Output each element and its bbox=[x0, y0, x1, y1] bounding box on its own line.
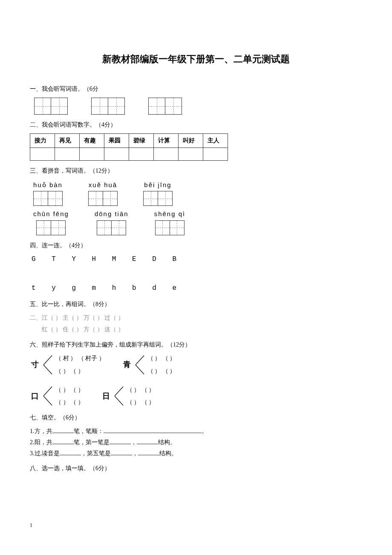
table-cell-empty bbox=[154, 147, 179, 160]
radical-line: （ ） （ ） bbox=[127, 385, 155, 395]
table-cell-empty bbox=[30, 147, 55, 160]
text: 3.过,读音是 bbox=[30, 450, 60, 457]
section-3-heading: 三、看拼音，写词语。（12分） bbox=[30, 166, 362, 176]
table-cell-empty bbox=[179, 147, 203, 160]
pinyin-text: chūn fēng bbox=[33, 208, 69, 220]
blank bbox=[138, 449, 159, 455]
tian-cell bbox=[51, 220, 66, 235]
pinyin-row-2: chūn fēng dōng tiān shēng qì bbox=[33, 208, 362, 235]
text: 结构。 bbox=[158, 439, 176, 445]
text: ， bbox=[132, 450, 138, 457]
tian-cell bbox=[51, 98, 68, 115]
document-title: 新教材部编版一年级下册第一、二单元测试题 bbox=[30, 51, 362, 67]
radical-line: （ ） （ ） bbox=[147, 366, 176, 376]
bracket-icon bbox=[43, 386, 53, 406]
pinyin-text: xuě huā bbox=[88, 179, 118, 191]
table-cell: 计算 bbox=[154, 133, 179, 147]
tian-cell bbox=[36, 220, 51, 235]
blank bbox=[110, 438, 131, 444]
section-7-heading: 七、填空。（6分） bbox=[30, 413, 362, 423]
pinyin-block: chūn fēng bbox=[33, 208, 69, 235]
pinyin-text: huǒ bàn bbox=[33, 179, 63, 191]
radical-block: 寸 （ 村 ） （ 村子 ） （ ） （ ） bbox=[30, 353, 105, 376]
pinyin-block: běi jīng bbox=[143, 179, 173, 206]
table-cell-empty bbox=[203, 147, 228, 160]
text: 笔，笔顺： bbox=[74, 428, 104, 434]
pinyin-row-1: huǒ bàn xuě huā běi jīng bbox=[33, 179, 362, 206]
bracket-icon bbox=[43, 355, 53, 375]
radical-char: 寸 bbox=[30, 358, 40, 371]
tian-cell bbox=[103, 191, 118, 206]
radical-char: 青 bbox=[122, 358, 132, 371]
radical-char: 日 bbox=[101, 390, 111, 403]
text: 笔，第一笔是 bbox=[74, 439, 110, 445]
radical-line: （ ） （ ） bbox=[127, 397, 155, 408]
radical-row: 寸 （ 村 ） （ 村子 ） （ ） （ ） 青 （ ） （ ） （ ） （ ） bbox=[30, 353, 362, 376]
text: 2.阳，共 bbox=[30, 439, 52, 445]
radical-block: 日 （ ） （ ） （ ） （ ） bbox=[101, 385, 155, 408]
radical-options: （ ） （ ） （ ） （ ） bbox=[127, 385, 155, 408]
pinyin-block: xuě huā bbox=[88, 179, 118, 206]
compare-text: 江（ ） 主（ ） 万（ ） 过（ ） bbox=[42, 315, 124, 321]
table-cell-empty bbox=[129, 147, 154, 160]
word-table: 接力 再见 有趣 果园 碧绿 计算 叫好 主人 bbox=[30, 133, 228, 161]
radical-line: （ ） （ ） bbox=[55, 397, 84, 408]
radical-block: 青 （ ） （ ） （ ） （ ） bbox=[122, 353, 176, 376]
bracket-icon bbox=[135, 355, 145, 375]
tian-group bbox=[91, 98, 125, 115]
table-cell: 有趣 bbox=[80, 133, 104, 147]
radical-block: 口 （ ） （ ） （ ） （ ） bbox=[30, 385, 84, 408]
tian-group bbox=[34, 98, 68, 115]
blank bbox=[137, 438, 158, 444]
uppercase-letters: G T Y H M E D B bbox=[32, 254, 362, 265]
section-8-heading: 八、选一选，填一填。（6分） bbox=[30, 463, 362, 474]
radical-line: （ ） （ ） bbox=[147, 353, 176, 364]
tian-cell bbox=[91, 98, 108, 115]
radical-options: （ ） （ ） （ ） （ ） bbox=[147, 353, 176, 376]
radical-char: 口 bbox=[30, 390, 40, 403]
fill-line-2: 2.阳，共笔，第一笔是，结构。 bbox=[30, 437, 362, 448]
section-2-heading: 二、我会听词语写数字。（4分） bbox=[30, 120, 362, 130]
radical-options: （ ） （ ） （ ） （ ） bbox=[55, 385, 84, 408]
text: 1.方，共 bbox=[30, 428, 52, 434]
section-1-heading: 一、我会听写词语。（6分 bbox=[30, 84, 362, 94]
compare-text: 红（ ） 住（ ） 方（ ） 这（ ） bbox=[42, 326, 124, 332]
blank bbox=[52, 438, 74, 444]
tian-cell bbox=[148, 98, 165, 115]
section-5-heading: 五、比一比，再组词。（8分） bbox=[30, 299, 362, 309]
table-cell: 果园 bbox=[104, 133, 129, 147]
text: ，第五笔是 bbox=[81, 450, 111, 457]
tian-row-1 bbox=[34, 98, 362, 115]
tian-group bbox=[148, 98, 182, 115]
compare-row-2: 二、红（ ） 住（ ） 方（ ） 这（ ） bbox=[30, 324, 362, 335]
tian-cell bbox=[34, 98, 51, 115]
bracket-icon bbox=[114, 386, 124, 406]
radical-options: （ 村 ） （ 村子 ） （ ） （ ） bbox=[55, 353, 105, 376]
tian-cell bbox=[158, 191, 173, 206]
radical-line: （ 村 ） （ 村子 ） bbox=[55, 353, 105, 364]
tian-cell bbox=[48, 191, 63, 206]
tian-cell bbox=[33, 191, 48, 206]
table-cell: 叫好 bbox=[179, 133, 203, 147]
table-cell-empty bbox=[80, 147, 104, 160]
text: 结构。 bbox=[159, 450, 177, 457]
pinyin-block: shēng qì bbox=[154, 208, 186, 235]
radical-line: （ ） （ ） bbox=[55, 385, 84, 395]
tian-cell bbox=[108, 98, 125, 115]
tian-cell bbox=[111, 220, 126, 235]
blank bbox=[60, 449, 81, 455]
pinyin-text: dōng tiān bbox=[95, 208, 129, 220]
compare-row-1: 二、江（ ） 主（ ） 万（ ） 过（ ） bbox=[30, 313, 362, 323]
table-cell: 碧绿 bbox=[129, 133, 154, 147]
tian-cell bbox=[97, 220, 112, 235]
table-cell: 再见 bbox=[55, 133, 80, 147]
table-cell-empty bbox=[104, 147, 129, 160]
blank bbox=[52, 427, 74, 433]
section-4-heading: 四、连一连。（4分） bbox=[30, 240, 362, 251]
table-cell: 主人 bbox=[203, 133, 228, 147]
text: 。 bbox=[202, 428, 208, 434]
blank bbox=[104, 427, 202, 433]
lowercase-letters: t y g m h b d e bbox=[32, 283, 362, 294]
table-cell: 接力 bbox=[30, 133, 55, 147]
radical-line: （ ） （ ） bbox=[55, 366, 105, 376]
